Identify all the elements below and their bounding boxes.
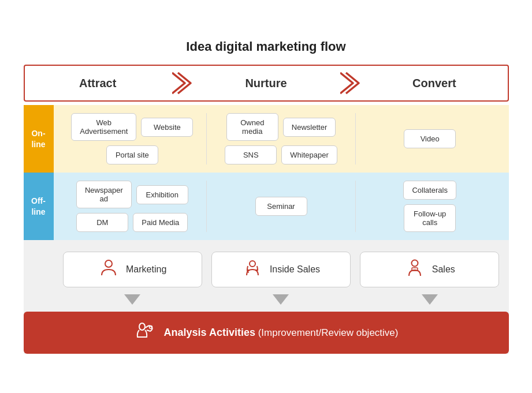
arrow-attract-nurture xyxy=(171,66,193,100)
offline-label: Off-line xyxy=(24,173,54,240)
offline-attract-row1: Newspaperad Exhibition xyxy=(76,181,188,208)
role-sales: Sales xyxy=(360,252,499,287)
card-sns: SNS xyxy=(225,145,277,164)
arrow-nurture-convert xyxy=(339,66,361,100)
card-web-advertisement: WebAdvertisement xyxy=(71,113,136,141)
page-title: Idea digital marketing flow xyxy=(24,39,509,54)
card-followup-calls: Follow-upcalls xyxy=(404,204,456,232)
offline-row: Off-line Newspaperad Exhibition DM Paid … xyxy=(24,173,509,240)
card-whitepaper: Whitepaper xyxy=(281,145,337,164)
role-row: Marketing Inside Sales xyxy=(24,246,509,287)
card-website: Website xyxy=(141,118,193,137)
header-nurture: Nurture xyxy=(193,66,339,100)
online-convert-col: Video xyxy=(356,113,504,164)
arrow-down-icon xyxy=(422,294,438,305)
offline-attract-row2: DM Paid Media xyxy=(76,213,188,232)
diagram: Idea digital marketing flow Attract Nurt… xyxy=(18,28,515,365)
header-row: Attract Nurture Convert xyxy=(24,65,509,102)
card-seminar: Seminar xyxy=(255,197,307,216)
online-attract-row2: Portal site xyxy=(106,145,158,164)
offline-convert-col: Collaterals Follow-upcalls xyxy=(356,181,504,232)
online-nurture-row2: SNS Whitepaper xyxy=(225,145,337,164)
arrow-marketing xyxy=(58,292,207,307)
header-attract: Attract xyxy=(25,66,171,100)
online-nurture-row1: Ownedmedia Newsletter xyxy=(226,113,336,141)
online-label: On-line xyxy=(24,105,54,173)
offline-attract-col: Newspaperad Exhibition DM Paid Media xyxy=(58,181,207,232)
arrow-sales xyxy=(355,292,504,307)
role-marketing: Marketing xyxy=(63,252,202,287)
card-portal-site: Portal site xyxy=(106,145,158,164)
online-row: On-line WebAdvertisement Website Portal … xyxy=(24,105,509,173)
online-nurture-col: Ownedmedia Newsletter SNS Whitepaper xyxy=(206,113,356,164)
main-area: On-line WebAdvertisement Website Portal … xyxy=(24,105,509,240)
card-video: Video xyxy=(404,129,456,148)
card-paid-media: Paid Media xyxy=(133,213,188,232)
bottom-text: Analysis Activities (Improvement/Review … xyxy=(164,327,399,339)
bottom-section: Marketing Inside Sales xyxy=(24,240,509,354)
svg-point-5 xyxy=(149,326,152,329)
card-dm: DM xyxy=(76,213,128,232)
marketing-icon xyxy=(98,258,119,281)
svg-point-2 xyxy=(411,260,418,267)
card-exhibition: Exhibition xyxy=(136,185,188,204)
card-newspaper-ad: Newspaperad xyxy=(76,181,132,208)
svg-rect-3 xyxy=(412,268,418,271)
arrow-inside-sales xyxy=(207,292,355,307)
card-owned-media: Ownedmedia xyxy=(226,113,278,141)
card-collaterals: Collaterals xyxy=(403,181,456,200)
svg-point-1 xyxy=(250,261,255,267)
sales-icon xyxy=(404,258,425,281)
online-attract-row1: WebAdvertisement Website xyxy=(71,113,193,141)
offline-content: Newspaperad Exhibition DM Paid Media Sem… xyxy=(54,173,509,240)
sales-label: Sales xyxy=(432,264,455,275)
analysis-icon xyxy=(134,320,156,346)
inside-sales-label: Inside Sales xyxy=(270,264,320,275)
arrow-down-icon xyxy=(273,294,289,305)
role-inside-sales: Inside Sales xyxy=(211,252,351,287)
bottom-bar: Analysis Activities (Improvement/Review … xyxy=(24,312,509,354)
svg-point-0 xyxy=(105,260,112,267)
svg-point-4 xyxy=(139,323,145,330)
header-convert: Convert xyxy=(361,66,507,100)
arrow-down-icon xyxy=(124,294,140,305)
offline-nurture-col: Seminar xyxy=(206,181,356,232)
inside-sales-icon xyxy=(242,258,263,281)
arrows-down-row xyxy=(24,287,509,312)
marketing-label: Marketing xyxy=(126,264,166,275)
online-content: WebAdvertisement Website Portal site Own… xyxy=(54,105,509,173)
online-attract-col: WebAdvertisement Website Portal site xyxy=(58,113,207,164)
card-newsletter: Newsletter xyxy=(283,118,336,137)
